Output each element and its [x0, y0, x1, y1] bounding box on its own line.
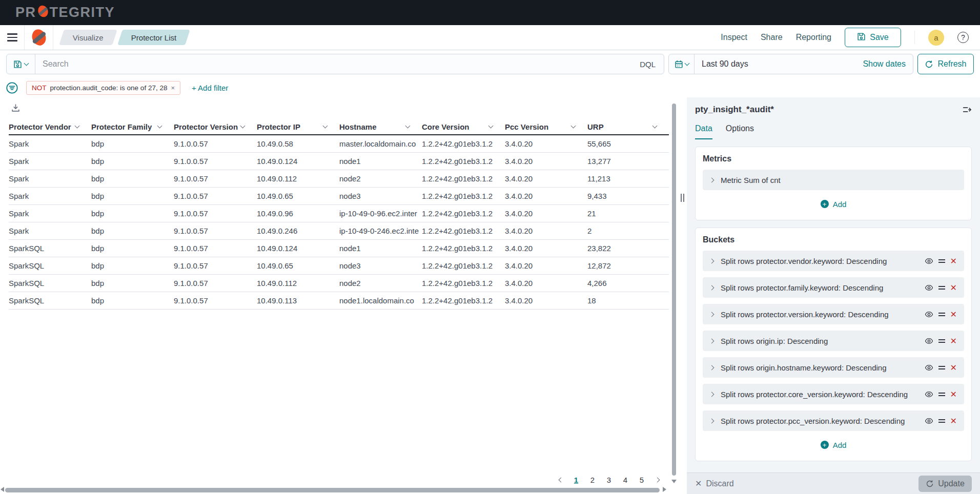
table-cell[interactable]: 21: [587, 205, 669, 222]
table-cell[interactable]: bdp: [91, 240, 174, 257]
table-cell[interactable]: SparkSQL: [9, 257, 91, 274]
expand-chevron-right-icon[interactable]: [709, 258, 714, 263]
table-cell[interactable]: 9.1.0.0.57: [174, 188, 257, 204]
table-cell[interactable]: 1.2.2+42.g01eb3.1.2: [422, 275, 505, 292]
drag-handle-icon[interactable]: [938, 313, 945, 316]
scroll-left-arrow-icon[interactable]: [1, 487, 4, 492]
expand-chevron-right-icon[interactable]: [709, 338, 714, 343]
expand-chevron-right-icon[interactable]: [709, 418, 714, 423]
table-cell[interactable]: bdp: [91, 188, 174, 204]
table-cell[interactable]: 9.1.0.0.57: [174, 205, 257, 222]
expand-chevron-right-icon[interactable]: [709, 285, 714, 290]
table-cell[interactable]: 1.2.2+42.g01eb3.1.2: [422, 222, 505, 239]
tab-data[interactable]: Data: [695, 124, 712, 139]
vertical-scrollbar[interactable]: [672, 104, 676, 476]
table-cell[interactable]: node1: [339, 240, 422, 257]
table-cell[interactable]: 3.4.0.20: [505, 257, 587, 274]
table-cell[interactable]: 1.2.2+42.g01eb3.1.2: [422, 135, 505, 152]
table-cell[interactable]: 3.4.0.20: [505, 170, 587, 187]
column-header[interactable]: Hostname: [339, 119, 422, 134]
eye-icon[interactable]: [925, 417, 933, 425]
expand-chevron-right-icon[interactable]: [709, 365, 714, 370]
table-cell[interactable]: Spark: [9, 188, 91, 204]
time-range-value[interactable]: Last 90 days: [695, 59, 855, 69]
table-cell[interactable]: bdp: [91, 135, 174, 152]
table-cell[interactable]: 1.2.2+42.g01eb3.1.2: [422, 205, 505, 222]
table-cell[interactable]: node1: [339, 153, 422, 170]
sort-chevron-down-icon[interactable]: [571, 123, 576, 128]
download-csv-icon[interactable]: [11, 104, 20, 114]
table-cell[interactable]: 3.4.0.20: [505, 188, 587, 204]
next-page-icon[interactable]: [652, 475, 662, 485]
app-logo-icon[interactable]: [25, 25, 53, 50]
bucket-row[interactable]: Split rows origin.ip: Descending✕: [703, 331, 964, 351]
eye-icon[interactable]: [925, 337, 933, 345]
sort-chevron-down-icon[interactable]: [75, 123, 80, 128]
table-cell[interactable]: Spark: [9, 170, 91, 187]
eye-icon[interactable]: [925, 283, 933, 292]
column-header[interactable]: Protector Family: [91, 119, 174, 134]
table-cell[interactable]: 9.1.0.0.57: [174, 257, 257, 274]
table-cell[interactable]: 2: [587, 222, 669, 239]
table-cell[interactable]: 11,213: [587, 170, 669, 187]
table-cell[interactable]: Spark: [9, 153, 91, 170]
sort-chevron-down-icon[interactable]: [157, 123, 162, 128]
table-cell[interactable]: 3.4.0.20: [505, 222, 587, 239]
tab-options[interactable]: Options: [726, 124, 754, 139]
quick-select-button[interactable]: [669, 54, 695, 74]
table-cell[interactable]: 9.1.0.0.57: [174, 153, 257, 170]
table-cell[interactable]: 10.49.0.112: [257, 170, 339, 187]
delete-icon[interactable]: ✕: [950, 310, 957, 319]
table-cell[interactable]: 3.4.0.20: [505, 292, 587, 309]
filter-pill[interactable]: NOT protection.audit_code: is one of 27,…: [26, 81, 180, 95]
bucket-row[interactable]: Split rows protector.vendor.keyword: Des…: [703, 251, 964, 271]
table-cell[interactable]: 18: [587, 292, 669, 309]
table-cell[interactable]: 9.1.0.0.57: [174, 135, 257, 152]
table-cell[interactable]: 9.1.0.0.57: [174, 170, 257, 187]
table-cell[interactable]: bdp: [91, 153, 174, 170]
table-cell[interactable]: 10.49.0.65: [257, 188, 339, 204]
table-cell[interactable]: 1.2.2+42.g01eb3.1.2: [422, 170, 505, 187]
table-cell[interactable]: node3: [339, 188, 422, 204]
table-cell[interactable]: bdp: [91, 170, 174, 187]
add-metric-button[interactable]: + Add: [703, 195, 964, 213]
column-header[interactable]: URP: [587, 119, 669, 134]
horizontal-scrollbar[interactable]: [5, 488, 660, 492]
show-dates-button[interactable]: Show dates: [855, 59, 913, 69]
help-icon[interactable]: ?: [957, 32, 969, 43]
table-cell[interactable]: 9.1.0.0.57: [174, 292, 257, 309]
column-header[interactable]: Protector Version: [174, 119, 257, 134]
table-cell[interactable]: node3: [339, 257, 422, 274]
page-number-3[interactable]: 3: [603, 474, 615, 486]
column-header[interactable]: Core Version: [422, 119, 505, 134]
table-cell[interactable]: 12,872: [587, 257, 669, 274]
bucket-row[interactable]: Split rows origin.hostname.keyword: Desc…: [703, 357, 964, 378]
table-cell[interactable]: Spark: [9, 205, 91, 222]
drag-handle-icon[interactable]: [938, 339, 945, 343]
sort-chevron-down-icon[interactable]: [240, 123, 246, 128]
column-header[interactable]: Protector IP: [257, 119, 339, 134]
page-number-4[interactable]: 4: [619, 474, 631, 486]
collapse-panel-icon[interactable]: [963, 105, 972, 114]
breadcrumb-protector-list[interactable]: Protector List: [117, 30, 190, 45]
save-button[interactable]: Save: [845, 28, 901, 47]
table-cell[interactable]: bdp: [91, 205, 174, 222]
inspect-link[interactable]: Inspect: [721, 33, 747, 42]
delete-icon[interactable]: ✕: [950, 416, 957, 426]
table-cell[interactable]: SparkSQL: [9, 240, 91, 257]
delete-icon[interactable]: ✕: [950, 336, 957, 346]
table-cell[interactable]: 10.49.0.113: [257, 292, 339, 309]
table-cell[interactable]: 4,266: [587, 275, 669, 292]
table-cell[interactable]: 9.1.0.0.57: [174, 222, 257, 239]
refresh-button[interactable]: Refresh: [917, 54, 974, 74]
bucket-row[interactable]: Split rows protector.pcc_version.keyword…: [703, 410, 964, 431]
expand-chevron-right-icon[interactable]: [709, 177, 714, 182]
table-cell[interactable]: 55,665: [587, 135, 669, 152]
table-cell[interactable]: 9.1.0.0.57: [174, 275, 257, 292]
table-cell[interactable]: 10.49.0.124: [257, 240, 339, 257]
table-cell[interactable]: ip-10-49-0-96.ec2.inter: [339, 205, 422, 222]
menu-icon[interactable]: [0, 25, 25, 50]
page-number-5[interactable]: 5: [636, 474, 648, 486]
drag-handle-icon[interactable]: [938, 393, 945, 396]
saved-query-menu-button[interactable]: [7, 54, 35, 74]
